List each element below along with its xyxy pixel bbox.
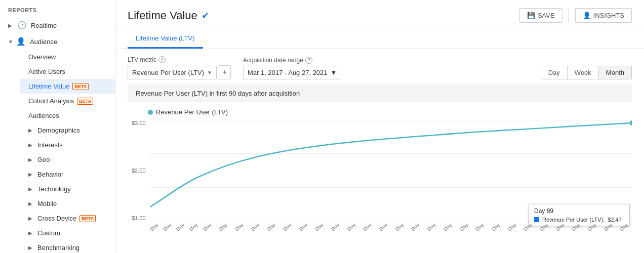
x-label-24: Day 24 (266, 224, 281, 232)
audience-label: Audience (30, 38, 57, 46)
ltv-metric-help-icon[interactable]: ? (158, 56, 166, 63)
x-label-66: Day 66 (491, 224, 506, 232)
chart-section: Revenue Per User (LTV) in first 90 days … (115, 85, 644, 242)
tooltip-title: Day 89 (534, 207, 624, 215)
behavior-label: Behavior (37, 171, 63, 178)
demographics-label: Demographics (37, 126, 80, 134)
x-label-9: Day 9 (188, 224, 202, 232)
page-title-container: Lifetime Value ✔ (128, 9, 209, 22)
demographics-chevron: ▶ (28, 128, 35, 133)
x-label-0: Day 0 (149, 224, 162, 232)
y-label-2: $2.00 (132, 167, 146, 174)
cross-device-badge: BETA (79, 215, 96, 222)
mobile-label: Mobile (37, 200, 57, 207)
tooltip-metric-label: Revenue Per User (LTV): (542, 217, 605, 223)
insights-icon: 👤 (583, 12, 591, 19)
sidebar-item-realtime[interactable]: ▶ 🕐 Realtime (0, 17, 115, 33)
date-range-help-icon[interactable]: ? (305, 57, 312, 64)
x-label-30: Day 30 (298, 224, 313, 232)
sidebar-item-behavior[interactable]: ▶ Behavior (20, 167, 115, 182)
tab-bar: Lifetime Value (LTV) (115, 29, 644, 49)
period-buttons: Day Week Month (541, 66, 632, 79)
x-label-18: Day 18 (234, 224, 249, 232)
lifetime-value-badge: BETA (72, 83, 89, 90)
verified-icon: ✔ (202, 10, 209, 21)
x-label-33: Day 33 (314, 224, 329, 232)
technology-label: Technology (37, 185, 71, 193)
clock-icon: 🕐 (17, 21, 27, 30)
sidebar-item-benchmarking[interactable]: ▶ Benchmarking (20, 240, 115, 253)
sidebar-item-demographics[interactable]: ▶ Demographics (20, 123, 115, 138)
tooltip-row: Revenue Per User (LTV): $2.47 (534, 217, 624, 223)
tab-label: Lifetime Value (LTV) (136, 34, 195, 42)
insights-label: INSIGHTS (593, 12, 624, 19)
geo-chevron: ▶ (28, 157, 35, 162)
sidebar-item-geo[interactable]: ▶ Geo (20, 152, 115, 167)
sidebar-item-technology[interactable]: ▶ Technology (20, 182, 115, 196)
sidebar-item-interests[interactable]: ▶ Interests (20, 138, 115, 152)
period-day-button[interactable]: Day (541, 66, 567, 79)
sidebar-item-active-users[interactable]: Active Users (20, 64, 115, 79)
chart-area: Day 89 Revenue Per User (LTV): $2.47 (150, 120, 632, 221)
tab-lifetime-value-ltv[interactable]: Lifetime Value (LTV) (128, 29, 203, 49)
reports-label: REPORTS (0, 0, 115, 17)
sidebar-item-overview[interactable]: Overview (20, 50, 115, 64)
date-range-select[interactable]: Mar 1, 2017 - Aug 27, 2021 ▼ (243, 66, 341, 79)
sidebar-item-lifetime-value[interactable]: Lifetime Value BETA (20, 79, 115, 94)
x-label-51: Day 51 (410, 224, 425, 232)
ltv-metric-label: LTV metric ? (128, 56, 231, 63)
chart-tooltip: Day 89 Revenue Per User (LTV): $2.47 (529, 204, 630, 226)
date-range-arrow-icon: ▼ (331, 69, 337, 76)
period-week-button[interactable]: Week (567, 66, 598, 79)
interests-chevron: ▶ (28, 142, 35, 148)
svg-point-4 (629, 120, 632, 125)
cross-device-label: Cross Device (37, 215, 76, 222)
x-label-90: Day 90 (619, 224, 632, 232)
date-range-label: Acquisition date range ? (243, 57, 341, 64)
add-metric-button[interactable]: + (219, 65, 231, 79)
geo-label: Geo (37, 156, 50, 163)
x-label-63: Day 63 (474, 224, 490, 232)
x-label-57: Day 57 (442, 224, 458, 232)
save-button[interactable]: 💾 SAVE (519, 8, 562, 23)
sidebar-item-custom[interactable]: ▶ Custom (20, 226, 115, 240)
sidebar-item-audience[interactable]: ▼ 👤 Audience (0, 33, 115, 50)
benchmarking-chevron: ▶ (28, 245, 35, 250)
overview-label: Overview (28, 53, 56, 61)
ltv-metric-select-group: Revenue Per User (LTV) ▼ + (128, 65, 231, 79)
benchmarking-label: Benchmarking (37, 244, 79, 251)
sidebar-item-cohort-analysis[interactable]: Cohort Analysis BETA (20, 94, 115, 108)
y-axis: $3.00 $2.00 $1.00 (128, 120, 150, 221)
realtime-label: Realtime (31, 22, 57, 29)
insights-button[interactable]: 👤 INSIGHTS (575, 8, 632, 23)
x-label-12: Day 12 (202, 224, 217, 232)
header-divider (569, 9, 569, 23)
lifetime-value-label: Lifetime Value (28, 82, 69, 90)
active-users-label: Active Users (28, 68, 65, 75)
sidebar-children: Overview Active Users Lifetime Value BET… (0, 50, 115, 253)
ltv-metric-select[interactable]: Revenue Per User (LTV) ▼ (128, 66, 217, 79)
ltv-metric-value: Revenue Per User (LTV) (132, 69, 204, 76)
sidebar: REPORTS ▶ 🕐 Realtime ▼ 👤 Audience Overvi… (0, 0, 115, 253)
x-label-15: Day 15 (218, 224, 233, 232)
audiences-label: Audiences (28, 112, 59, 119)
sidebar-item-mobile[interactable]: ▶ Mobile (20, 196, 115, 211)
custom-label: Custom (37, 229, 60, 237)
x-label-27: Day 27 (282, 224, 297, 232)
interests-label: Interests (37, 141, 63, 149)
ltv-metric-group: LTV metric ? Revenue Per User (LTV) ▼ + (128, 56, 231, 79)
controls-left: LTV metric ? Revenue Per User (LTV) ▼ + … (128, 56, 341, 79)
sidebar-item-audiences[interactable]: Audiences (20, 108, 115, 123)
chart-title: Revenue Per User (LTV) in first 90 days … (128, 85, 632, 102)
x-label-42: Day 42 (362, 224, 377, 232)
main-content: Lifetime Value ✔ 💾 SAVE 👤 INSIGHTS Lifet… (115, 0, 644, 253)
period-month-button[interactable]: Month (598, 66, 631, 79)
date-range-group: Acquisition date range ? Mar 1, 2017 - A… (243, 57, 341, 79)
tooltip-color-swatch (534, 217, 539, 222)
x-label-69: Day 69 (507, 224, 522, 232)
cross-device-chevron: ▶ (28, 216, 35, 221)
chart-legend: Revenue Per User (LTV) (128, 106, 632, 120)
x-label-45: Day 45 (378, 224, 393, 232)
legend-label: Revenue Per User (LTV) (156, 108, 228, 116)
sidebar-item-cross-device[interactable]: ▶ Cross Device BETA (20, 211, 115, 226)
